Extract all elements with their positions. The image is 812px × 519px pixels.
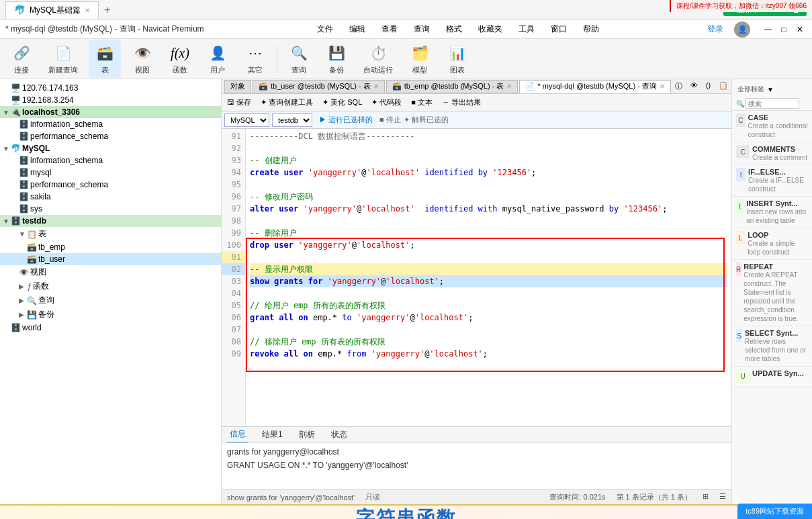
code-block-btn[interactable]: ✦ 代码段 (369, 96, 404, 109)
tab-tb-user[interactable]: 🗃️ tb_user @testdb (MySQL) - 表 ✕ (253, 80, 385, 93)
result-tab-result1[interactable]: 结果1 (259, 427, 285, 442)
tree-item-tb-user[interactable]: 🗃️ tb_user (0, 253, 221, 265)
menu-favorites[interactable]: 收藏夹 (476, 22, 505, 36)
toolbar-connect[interactable]: 🔗 连接 (5, 40, 38, 78)
snippet-search-icon: 🔍 (736, 100, 744, 107)
menu-view[interactable]: 查看 (379, 22, 400, 36)
menu-edit[interactable]: 编辑 (347, 22, 368, 36)
toolbar-autorun[interactable]: ⏱️ 自动运行 (358, 40, 398, 78)
menu-query[interactable]: 查询 (411, 22, 433, 36)
if-else-name: IF...ELSE... (748, 168, 808, 176)
snippet-if-else[interactable]: I IF...ELSE... Create a IF...ELSE constr… (732, 165, 812, 197)
save-btn[interactable]: 🖫 保存 (224, 96, 254, 109)
status-right: 查询时间: 0.021s 第 1 条记录（共 1 条） ⊞ ☰ (549, 492, 726, 502)
snippet-repeat[interactable]: R REPEAT Create A REPEAT construct. The … (732, 260, 812, 326)
backup-tree-icon: 💾 (27, 310, 37, 320)
toolbar-function[interactable]: f(x) 函数 (164, 40, 196, 78)
export-result-btn[interactable]: → 导出结果 (439, 96, 484, 109)
eye-btn[interactable]: 👁 (688, 81, 701, 92)
tab-close-btn[interactable]: ✕ (85, 7, 90, 14)
close-btn[interactable]: ✕ (793, 23, 807, 36)
tree-item-backup[interactable]: ▶ 💾 备份 (0, 308, 221, 322)
menu-window[interactable]: 窗口 (548, 22, 570, 36)
info-btn[interactable]: ⓘ (672, 81, 685, 92)
snippet-search-input[interactable] (746, 98, 799, 109)
tree-item-mysql-perf[interactable]: 🗄️ performance_schema (0, 179, 221, 191)
toolbar-view[interactable]: 👁️ 视图 (126, 40, 159, 78)
tree-item-queries[interactable]: ▶ 🔍 查询 (0, 293, 221, 308)
tab-mysql-dql-close[interactable]: ✕ (660, 83, 665, 90)
tree-item-ip2[interactable]: 🖥️ 192.168.3.254 (0, 94, 221, 106)
code-content[interactable]: ----------DCL 数据控制语言---------- -- 创建用户 c… (246, 129, 731, 426)
backup-icon: 💾 (326, 42, 347, 64)
line-109: 09 (222, 348, 245, 360)
tree-item-mysql-info[interactable]: 🗄️ information_schema (0, 154, 221, 167)
menu-file[interactable]: 文件 (314, 22, 336, 36)
minimize-btn[interactable]: — (761, 23, 774, 36)
clipboard-btn[interactable]: 📋 (716, 81, 731, 92)
tree-item-mysql-group[interactable]: ▼ 🐬 MySQL (0, 142, 221, 154)
tree-item-ip1[interactable]: 🖥️ 120.76.174.163 (0, 82, 221, 94)
snippet-select[interactable]: S SELECT Synt... Retrieve rows selected … (732, 326, 812, 367)
tab-object[interactable]: 对象 (224, 80, 251, 93)
tree-item-tables-group[interactable]: ▼ 📋 表 (0, 227, 221, 241)
snippet-case[interactable]: C CASE Create a conditional construct (732, 111, 812, 142)
queries-icon: 🔍 (27, 296, 37, 305)
toolbar-model[interactable]: 🗂️ 模型 (404, 40, 436, 78)
result-tab-info[interactable]: 信息 (227, 426, 249, 443)
db-name-select[interactable]: testdb (272, 113, 312, 127)
tree-item-perf-schema1[interactable]: 🗄️ performance_schema (0, 130, 221, 142)
tree-item-mysql-db[interactable]: 🗄️ mysql (0, 167, 221, 179)
new-tab-btn[interactable]: + (99, 1, 116, 19)
maximize-btn[interactable]: □ (777, 23, 791, 36)
main-tab[interactable]: 🐬 MySQL基础篇 ✕ (5, 1, 99, 19)
result-tab-analyze[interactable]: 剖析 (296, 427, 318, 442)
tree-item-views[interactable]: 👁️ 视图 (0, 265, 221, 279)
paren-btn[interactable]: () (703, 81, 713, 92)
toolbar-new-query[interactable]: 📄 新建查询 (43, 40, 83, 78)
tab-mysql-dql[interactable]: 📄 * mysql-dql @testdb (MySQL) - 查询 ✕ (519, 80, 670, 93)
autorun-icon: ⏱️ (367, 42, 389, 64)
snippet-comments[interactable]: C COMMENTS Create a comment (732, 142, 812, 165)
db-type-select[interactable]: MySQL (224, 113, 269, 127)
text-mode-btn[interactable]: ■ 文本 (408, 96, 435, 109)
toolbar-table[interactable]: 🗃️ 表 (89, 40, 121, 78)
login-button[interactable]: 登录 (707, 23, 723, 35)
status-grid-icon[interactable]: ⊞ (703, 492, 709, 502)
menu-tools[interactable]: 工具 (516, 22, 537, 36)
snippet-dropdown-icon[interactable]: ▼ (767, 86, 774, 93)
toolbar-backup[interactable]: 💾 备份 (320, 40, 353, 78)
toolbar-chart[interactable]: 📊 图表 (441, 40, 473, 78)
result-tab-status[interactable]: 状态 (328, 427, 350, 442)
run-selected-btn[interactable]: ▶ 运行已选择的 (315, 113, 377, 126)
chart-icon: 📊 (447, 42, 468, 64)
stop-btn[interactable]: ■ 停止 (379, 115, 401, 125)
tree-item-sys[interactable]: 🗄️ sys (0, 203, 221, 215)
toolbar-user[interactable]: 👤 用户 (201, 40, 234, 78)
tab-tb-emp-close[interactable]: ✕ (506, 83, 512, 90)
snippet-loop[interactable]: L LOOP Create a simple loop construct (732, 228, 812, 260)
snippet-update[interactable]: U UPDATE Syn... (732, 367, 812, 387)
tree-item-sakila[interactable]: 🗄️ sakila (0, 191, 221, 203)
status-list-icon[interactable]: ☰ (719, 492, 726, 502)
tree-item-info-schema1[interactable]: 🗄️ information_schema (0, 118, 221, 130)
tree-item-world[interactable]: 🗄️ world (0, 322, 221, 334)
explain-btn[interactable]: ✦ 解释已选的 (404, 115, 449, 125)
status-record-count: 第 1 条记录（共 1 条） (617, 492, 692, 502)
menu-help[interactable]: 帮助 (580, 22, 602, 36)
tree-item-functions[interactable]: ▶ ƒ 函数 (0, 279, 221, 293)
snippet-insert[interactable]: I INSERT Synt... Insert new rows into an… (732, 197, 812, 228)
create-tool-btn[interactable]: ✦ 查询创建工具 (258, 96, 316, 109)
tab-tb-emp[interactable]: 🗃️ tb_emp @testdb (MySQL) - 表 ✕ (386, 80, 518, 93)
download-btn[interactable]: tc89网站下载资源 (737, 504, 812, 519)
tab-tb-user-close[interactable]: ✕ (373, 83, 379, 90)
tree-item-tb-emp[interactable]: 🗃️ tb_emp (0, 241, 221, 253)
tree-item-localhost[interactable]: ▼ 🔌 localhost_3306 (0, 106, 221, 118)
beautify-btn[interactable]: ✦ 美化 SQL (320, 96, 365, 109)
menu-format[interactable]: 格式 (443, 22, 465, 36)
toolbar-query[interactable]: 🔍 查询 (283, 40, 315, 78)
tree-label-testdb: testdb (22, 216, 46, 226)
tree-item-testdb[interactable]: ▼ 🗄️ testdb (0, 215, 221, 227)
toolbar-other[interactable]: ⋯ 其它 (239, 40, 271, 78)
window-controls: — □ ✕ (761, 23, 807, 36)
